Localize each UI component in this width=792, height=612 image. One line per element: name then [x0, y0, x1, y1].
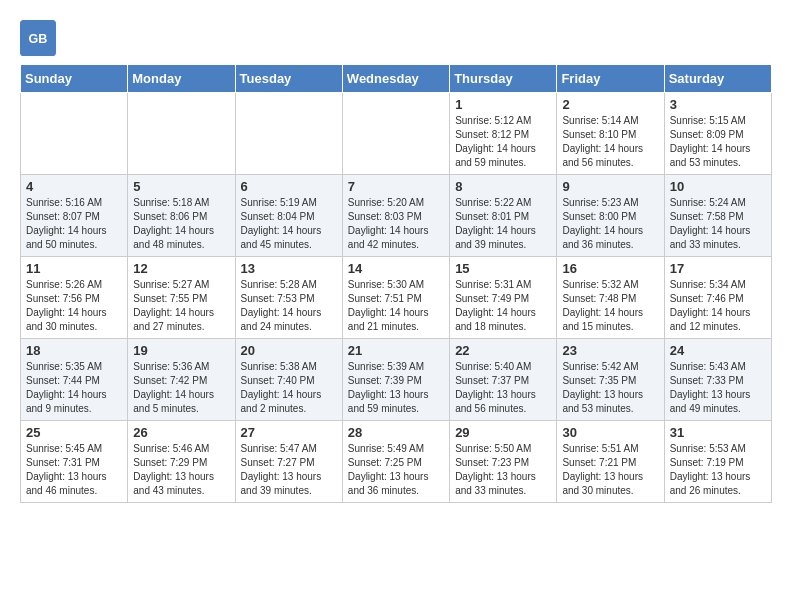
calendar-day-cell: 22Sunrise: 5:40 AM Sunset: 7:37 PM Dayli…	[450, 339, 557, 421]
day-of-week-header: Sunday	[21, 65, 128, 93]
day-number: 4	[26, 179, 122, 194]
day-info: Sunrise: 5:50 AM Sunset: 7:23 PM Dayligh…	[455, 442, 551, 498]
calendar-day-cell: 15Sunrise: 5:31 AM Sunset: 7:49 PM Dayli…	[450, 257, 557, 339]
day-info: Sunrise: 5:26 AM Sunset: 7:56 PM Dayligh…	[26, 278, 122, 334]
day-info: Sunrise: 5:30 AM Sunset: 7:51 PM Dayligh…	[348, 278, 444, 334]
calendar-day-cell: 9Sunrise: 5:23 AM Sunset: 8:00 PM Daylig…	[557, 175, 664, 257]
day-info: Sunrise: 5:22 AM Sunset: 8:01 PM Dayligh…	[455, 196, 551, 252]
day-info: Sunrise: 5:31 AM Sunset: 7:49 PM Dayligh…	[455, 278, 551, 334]
calendar-day-cell: 19Sunrise: 5:36 AM Sunset: 7:42 PM Dayli…	[128, 339, 235, 421]
day-info: Sunrise: 5:23 AM Sunset: 8:00 PM Dayligh…	[562, 196, 658, 252]
calendar-week-row: 4Sunrise: 5:16 AM Sunset: 8:07 PM Daylig…	[21, 175, 772, 257]
day-number: 22	[455, 343, 551, 358]
day-number: 2	[562, 97, 658, 112]
calendar-day-cell: 11Sunrise: 5:26 AM Sunset: 7:56 PM Dayli…	[21, 257, 128, 339]
day-number: 15	[455, 261, 551, 276]
calendar-day-cell: 30Sunrise: 5:51 AM Sunset: 7:21 PM Dayli…	[557, 421, 664, 503]
day-number: 24	[670, 343, 766, 358]
calendar-week-row: 18Sunrise: 5:35 AM Sunset: 7:44 PM Dayli…	[21, 339, 772, 421]
day-info: Sunrise: 5:49 AM Sunset: 7:25 PM Dayligh…	[348, 442, 444, 498]
calendar-table: SundayMondayTuesdayWednesdayThursdayFrid…	[20, 64, 772, 503]
calendar-day-cell: 31Sunrise: 5:53 AM Sunset: 7:19 PM Dayli…	[664, 421, 771, 503]
day-number: 20	[241, 343, 337, 358]
day-number: 6	[241, 179, 337, 194]
svg-text:GB: GB	[29, 32, 48, 46]
day-info: Sunrise: 5:35 AM Sunset: 7:44 PM Dayligh…	[26, 360, 122, 416]
calendar-day-cell: 8Sunrise: 5:22 AM Sunset: 8:01 PM Daylig…	[450, 175, 557, 257]
day-of-week-header: Wednesday	[342, 65, 449, 93]
calendar-day-cell: 21Sunrise: 5:39 AM Sunset: 7:39 PM Dayli…	[342, 339, 449, 421]
calendar-day-cell: 23Sunrise: 5:42 AM Sunset: 7:35 PM Dayli…	[557, 339, 664, 421]
day-info: Sunrise: 5:28 AM Sunset: 7:53 PM Dayligh…	[241, 278, 337, 334]
calendar-day-cell: 27Sunrise: 5:47 AM Sunset: 7:27 PM Dayli…	[235, 421, 342, 503]
logo-icon: GB	[20, 20, 56, 56]
day-info: Sunrise: 5:36 AM Sunset: 7:42 PM Dayligh…	[133, 360, 229, 416]
day-number: 23	[562, 343, 658, 358]
day-number: 14	[348, 261, 444, 276]
day-number: 9	[562, 179, 658, 194]
calendar-day-cell: 18Sunrise: 5:35 AM Sunset: 7:44 PM Dayli…	[21, 339, 128, 421]
calendar-day-cell	[21, 93, 128, 175]
calendar-day-cell: 5Sunrise: 5:18 AM Sunset: 8:06 PM Daylig…	[128, 175, 235, 257]
day-info: Sunrise: 5:24 AM Sunset: 7:58 PM Dayligh…	[670, 196, 766, 252]
calendar-day-cell: 29Sunrise: 5:50 AM Sunset: 7:23 PM Dayli…	[450, 421, 557, 503]
calendar-day-cell: 1Sunrise: 5:12 AM Sunset: 8:12 PM Daylig…	[450, 93, 557, 175]
calendar-week-row: 1Sunrise: 5:12 AM Sunset: 8:12 PM Daylig…	[21, 93, 772, 175]
day-info: Sunrise: 5:46 AM Sunset: 7:29 PM Dayligh…	[133, 442, 229, 498]
day-info: Sunrise: 5:27 AM Sunset: 7:55 PM Dayligh…	[133, 278, 229, 334]
day-number: 8	[455, 179, 551, 194]
day-number: 27	[241, 425, 337, 440]
day-info: Sunrise: 5:14 AM Sunset: 8:10 PM Dayligh…	[562, 114, 658, 170]
day-of-week-header: Thursday	[450, 65, 557, 93]
day-number: 17	[670, 261, 766, 276]
day-info: Sunrise: 5:18 AM Sunset: 8:06 PM Dayligh…	[133, 196, 229, 252]
calendar-day-cell: 16Sunrise: 5:32 AM Sunset: 7:48 PM Dayli…	[557, 257, 664, 339]
day-number: 1	[455, 97, 551, 112]
day-number: 10	[670, 179, 766, 194]
logo: GB	[20, 20, 62, 56]
calendar-day-cell: 25Sunrise: 5:45 AM Sunset: 7:31 PM Dayli…	[21, 421, 128, 503]
day-number: 18	[26, 343, 122, 358]
calendar-day-cell: 24Sunrise: 5:43 AM Sunset: 7:33 PM Dayli…	[664, 339, 771, 421]
calendar-day-cell: 12Sunrise: 5:27 AM Sunset: 7:55 PM Dayli…	[128, 257, 235, 339]
calendar-day-cell	[235, 93, 342, 175]
day-info: Sunrise: 5:39 AM Sunset: 7:39 PM Dayligh…	[348, 360, 444, 416]
calendar-day-cell: 28Sunrise: 5:49 AM Sunset: 7:25 PM Dayli…	[342, 421, 449, 503]
page-header: GB	[20, 20, 772, 56]
day-info: Sunrise: 5:19 AM Sunset: 8:04 PM Dayligh…	[241, 196, 337, 252]
day-of-week-header: Saturday	[664, 65, 771, 93]
calendar-day-cell: 7Sunrise: 5:20 AM Sunset: 8:03 PM Daylig…	[342, 175, 449, 257]
calendar-week-row: 11Sunrise: 5:26 AM Sunset: 7:56 PM Dayli…	[21, 257, 772, 339]
day-of-week-header: Monday	[128, 65, 235, 93]
day-info: Sunrise: 5:45 AM Sunset: 7:31 PM Dayligh…	[26, 442, 122, 498]
day-number: 29	[455, 425, 551, 440]
calendar-day-cell: 2Sunrise: 5:14 AM Sunset: 8:10 PM Daylig…	[557, 93, 664, 175]
calendar-day-cell: 14Sunrise: 5:30 AM Sunset: 7:51 PM Dayli…	[342, 257, 449, 339]
day-info: Sunrise: 5:34 AM Sunset: 7:46 PM Dayligh…	[670, 278, 766, 334]
day-number: 19	[133, 343, 229, 358]
day-info: Sunrise: 5:51 AM Sunset: 7:21 PM Dayligh…	[562, 442, 658, 498]
calendar-day-cell: 13Sunrise: 5:28 AM Sunset: 7:53 PM Dayli…	[235, 257, 342, 339]
day-number: 21	[348, 343, 444, 358]
day-number: 26	[133, 425, 229, 440]
day-info: Sunrise: 5:12 AM Sunset: 8:12 PM Dayligh…	[455, 114, 551, 170]
calendar-day-cell: 26Sunrise: 5:46 AM Sunset: 7:29 PM Dayli…	[128, 421, 235, 503]
calendar-week-row: 25Sunrise: 5:45 AM Sunset: 7:31 PM Dayli…	[21, 421, 772, 503]
day-info: Sunrise: 5:16 AM Sunset: 8:07 PM Dayligh…	[26, 196, 122, 252]
day-number: 3	[670, 97, 766, 112]
calendar-day-cell: 20Sunrise: 5:38 AM Sunset: 7:40 PM Dayli…	[235, 339, 342, 421]
day-number: 28	[348, 425, 444, 440]
calendar-day-cell: 17Sunrise: 5:34 AM Sunset: 7:46 PM Dayli…	[664, 257, 771, 339]
calendar-day-cell	[128, 93, 235, 175]
day-number: 7	[348, 179, 444, 194]
day-number: 25	[26, 425, 122, 440]
calendar-header-row: SundayMondayTuesdayWednesdayThursdayFrid…	[21, 65, 772, 93]
calendar-day-cell: 3Sunrise: 5:15 AM Sunset: 8:09 PM Daylig…	[664, 93, 771, 175]
day-number: 5	[133, 179, 229, 194]
day-info: Sunrise: 5:42 AM Sunset: 7:35 PM Dayligh…	[562, 360, 658, 416]
calendar-day-cell: 6Sunrise: 5:19 AM Sunset: 8:04 PM Daylig…	[235, 175, 342, 257]
day-info: Sunrise: 5:47 AM Sunset: 7:27 PM Dayligh…	[241, 442, 337, 498]
day-number: 12	[133, 261, 229, 276]
day-info: Sunrise: 5:15 AM Sunset: 8:09 PM Dayligh…	[670, 114, 766, 170]
day-number: 16	[562, 261, 658, 276]
